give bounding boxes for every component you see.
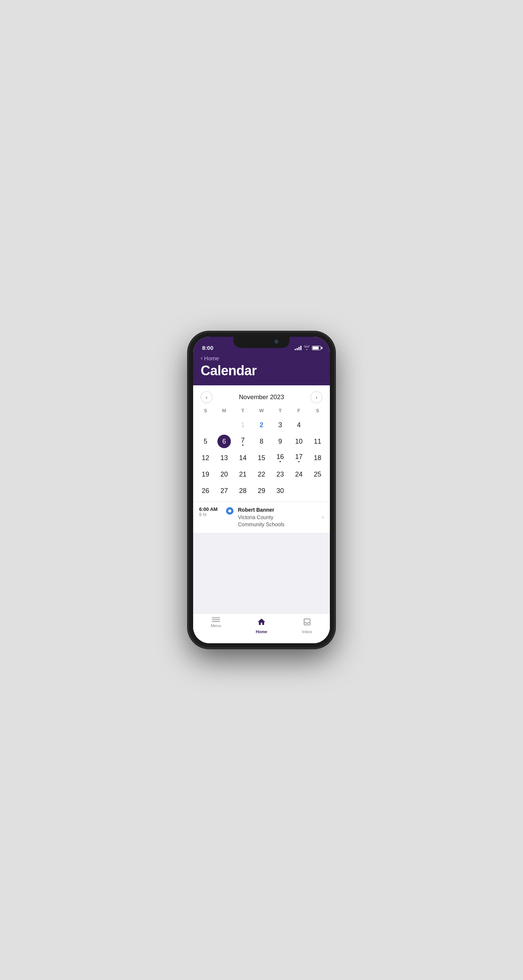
event-dot-icon xyxy=(226,507,234,515)
event-item[interactable]: 6:00 AM 9 hr Robert Banner Victoria Coun… xyxy=(193,502,330,533)
cal-day-27[interactable]: 27 xyxy=(215,482,234,499)
next-chevron-icon: › xyxy=(316,394,318,400)
cal-day-30[interactable]: 30 xyxy=(271,482,289,499)
nav-item-menu[interactable]: Menu xyxy=(203,617,229,628)
cal-day-12[interactable]: 12 xyxy=(196,449,215,466)
notch xyxy=(234,337,289,348)
wifi-icon xyxy=(304,345,310,351)
cal-day-14[interactable]: 14 xyxy=(234,449,252,466)
back-chevron-icon: ‹ xyxy=(200,355,202,361)
event-start-time: 6:00 AM xyxy=(199,506,221,512)
cal-day-21[interactable]: 21 xyxy=(234,466,252,482)
nav-label-menu: Menu xyxy=(211,624,221,628)
cal-day-2[interactable]: 2 xyxy=(252,416,271,433)
battery-icon xyxy=(312,346,321,350)
cal-day-13[interactable]: 13 xyxy=(215,449,234,466)
app-header: ‹ Home Calendar xyxy=(193,353,330,385)
page-title: Calendar xyxy=(200,363,323,379)
cal-day-10[interactable]: 10 xyxy=(289,433,308,449)
prev-chevron-icon: ‹ xyxy=(206,394,208,400)
event-duration: 9 hr xyxy=(199,512,221,517)
cal-day-empty-1 xyxy=(215,416,234,433)
cal-day-24[interactable]: 24 xyxy=(289,466,308,482)
event-place-line2: Community Schools xyxy=(238,521,318,528)
cal-day-29[interactable]: 29 xyxy=(252,482,271,499)
cal-day-empty-0 xyxy=(196,416,215,433)
cal-day-4[interactable]: 4 xyxy=(289,416,308,433)
cal-day-28[interactable]: 28 xyxy=(234,482,252,499)
nav-label-inbox: Inbox xyxy=(302,629,312,634)
status-time: 8:00 xyxy=(202,345,213,351)
status-icons xyxy=(295,345,321,351)
calendar-section: ‹ November 2023 › S M T W T F S 12345678… xyxy=(193,385,330,643)
cal-day-6[interactable]: 6 xyxy=(215,433,234,449)
back-button[interactable]: ‹ Home xyxy=(200,355,323,361)
cal-day-18[interactable]: 18 xyxy=(308,449,327,466)
cal-day-15[interactable]: 15 xyxy=(252,449,271,466)
back-label: Home xyxy=(204,355,219,361)
bottom-navigation: Menu Home xyxy=(193,613,330,643)
cal-day-11[interactable]: 11 xyxy=(308,433,327,449)
cal-day-23[interactable]: 23 xyxy=(271,466,289,482)
cal-day-25[interactable]: 25 xyxy=(308,466,327,482)
event-name: Robert Banner xyxy=(238,506,318,514)
menu-icon xyxy=(212,617,220,622)
event-detail-chevron-icon: › xyxy=(322,514,324,521)
cal-day-1[interactable]: 1 xyxy=(234,416,252,433)
day-header-mon: M xyxy=(215,406,234,415)
day-header-thu: T xyxy=(271,406,289,415)
cal-day-empty-6 xyxy=(308,416,327,433)
cal-day-5[interactable]: 5 xyxy=(196,433,215,449)
nav-item-inbox[interactable]: Inbox xyxy=(294,617,320,634)
cal-day-empty-34 xyxy=(308,482,327,499)
cal-day-20[interactable]: 20 xyxy=(215,466,234,482)
day-headers: S M T W T F S xyxy=(193,406,330,415)
day-header-sat: S xyxy=(308,406,327,415)
prev-month-button[interactable]: ‹ xyxy=(200,391,213,403)
cal-day-7[interactable]: 7 xyxy=(234,433,252,449)
cal-day-8[interactable]: 8 xyxy=(252,433,271,449)
day-header-wed: W xyxy=(252,406,271,415)
phone-frame: 8:00 xyxy=(189,332,334,648)
inbox-icon xyxy=(303,617,312,628)
empty-content-area xyxy=(193,533,330,613)
phone-screen: 8:00 xyxy=(193,337,330,643)
event-time: 6:00 AM 9 hr xyxy=(199,506,221,517)
event-info: Robert Banner Victoria County Community … xyxy=(238,506,318,528)
cal-day-26[interactable]: 26 xyxy=(196,482,215,499)
nav-item-home[interactable]: Home xyxy=(248,617,275,634)
signal-icon xyxy=(295,346,302,350)
front-camera xyxy=(275,340,278,344)
cal-day-22[interactable]: 22 xyxy=(252,466,271,482)
cal-day-19[interactable]: 19 xyxy=(196,466,215,482)
day-header-tue: T xyxy=(234,406,252,415)
cal-day-empty-33 xyxy=(289,482,308,499)
home-icon xyxy=(257,617,266,628)
day-header-fri: F xyxy=(289,406,308,415)
cal-day-16[interactable]: 16 xyxy=(271,449,289,466)
nav-label-home: Home xyxy=(256,629,267,634)
cal-day-9[interactable]: 9 xyxy=(271,433,289,449)
cal-day-3[interactable]: 3 xyxy=(271,416,289,433)
calendar-grid: 1234567891011121314151617181920212223242… xyxy=(193,416,330,499)
calendar-nav: ‹ November 2023 › xyxy=(193,385,330,406)
next-month-button[interactable]: › xyxy=(310,391,323,403)
month-title: November 2023 xyxy=(239,394,284,401)
event-place-line1: Victoria County xyxy=(238,514,318,522)
day-header-sun: S xyxy=(196,406,215,415)
cal-day-17[interactable]: 17 xyxy=(289,449,308,466)
